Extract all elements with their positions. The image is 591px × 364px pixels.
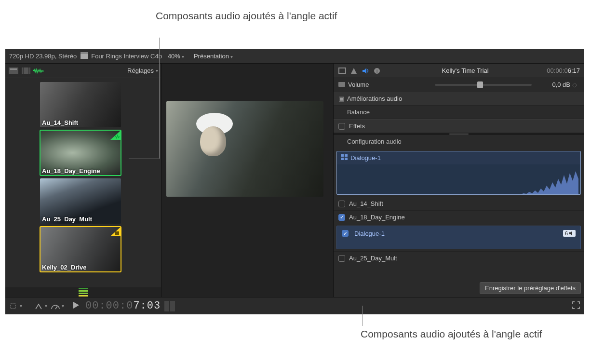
angle-item[interactable]: Au_14_Shift: [40, 82, 121, 127]
viewer-frame: [166, 101, 323, 197]
angle-list: Au_14_Shift Au_18_Day_Engine Au_25_Day_M…: [5, 78, 161, 287]
angle-browser: Réglages▾ Au_14_Shift Au_18_Day_Engine A…: [5, 64, 161, 297]
svg-rect-18: [345, 154, 348, 157]
config-waveform: [337, 164, 580, 194]
svg-rect-6: [28, 67, 29, 74]
svg-marker-13: [363, 68, 366, 74]
angle-item-active-audio[interactable]: Au_18_Day_Engine: [40, 130, 121, 175]
svg-marker-22: [569, 231, 572, 236]
callout-top: Composants audio ajoutés à l'angle actif: [156, 9, 337, 22]
svg-marker-12: [351, 68, 357, 74]
timecode-display[interactable]: 00:00:07:03: [85, 300, 161, 312]
svg-rect-3: [10, 68, 17, 70]
svg-marker-1: [81, 52, 88, 54]
multicam-icon: [341, 154, 348, 162]
video-angle-icon[interactable]: [8, 67, 19, 75]
viewer[interactable]: [161, 64, 333, 297]
angle-label: Kelly_02_Drive: [40, 263, 121, 272]
svg-rect-16: [338, 82, 345, 87]
playhead-marker-icon: [164, 301, 169, 311]
callout-line-top-h: [129, 159, 159, 159]
svg-rect-11: [339, 68, 345, 73]
component-checkbox[interactable]: ✓: [338, 214, 345, 221]
component-checkbox[interactable]: [338, 255, 345, 262]
audio-inspector: i Kelly's Time Trial 00:00:06:17 Volume …: [333, 64, 584, 297]
crop-tool-icon[interactable]: ▾: [9, 300, 23, 312]
svg-rect-0: [81, 54, 88, 59]
video-badge-icon: [110, 227, 121, 236]
dialogue-label: Dialogue-1: [354, 230, 385, 237]
format-spec: 720p HD 23.98p, Stéréo: [9, 53, 77, 60]
angle-label: Au_18_Day_Engine: [40, 166, 121, 175]
balance-row[interactable]: Balance: [334, 106, 584, 119]
svg-rect-23: [11, 304, 15, 309]
svg-text:i: i: [376, 68, 377, 74]
volume-row: Volume 0,0 dB ◇: [334, 78, 584, 92]
callout-bottom: Composants audio ajoutés à l'angle actif: [361, 327, 542, 340]
svg-rect-20: [345, 158, 348, 160]
channel-badge: 6: [563, 230, 576, 237]
app-window: 720p HD 23.98p, Stéréo Four Rings Interv…: [5, 49, 584, 314]
volume-slider-thumb[interactable]: [477, 81, 483, 88]
svg-rect-9: [115, 231, 119, 235]
save-effects-preset-button[interactable]: Enregistrer le préréglage d'effets: [480, 282, 581, 294]
svg-marker-7: [110, 130, 121, 140]
effects-section[interactable]: Effets: [334, 119, 584, 133]
filmstrip-icon[interactable]: [21, 67, 31, 75]
angle-settings-dropdown[interactable]: Réglages▾: [127, 67, 158, 74]
config-audio-label: Configuration audio: [334, 135, 584, 148]
svg-line-24: [55, 306, 57, 309]
component-row[interactable]: ✓ Au_18_Day_Engine: [334, 210, 584, 224]
viewer-zoom-dropdown[interactable]: 40%▾: [168, 53, 184, 60]
audio-inspector-tab-icon[interactable]: [361, 67, 370, 75]
volume-value: 0,0 dB: [537, 81, 570, 88]
presentation-dropdown[interactable]: Présentation▾: [194, 53, 233, 60]
angle-label: Au_25_Day_Mult: [40, 215, 121, 224]
component-label: Au_18_Day_Engine: [349, 214, 405, 221]
dialogue-checkbox[interactable]: ✓: [342, 230, 349, 237]
component-checkbox[interactable]: [338, 201, 345, 207]
video-inspector-tab-icon[interactable]: [337, 67, 347, 75]
waveform-icon[interactable]: [33, 67, 44, 75]
angle-item-active-video[interactable]: Kelly_02_Drive: [40, 227, 121, 272]
component-row[interactable]: Au_25_Day_Mult: [334, 251, 584, 265]
transport-bar: ▾ ▾ ▾ 00:00:07:03: [5, 297, 584, 314]
keyframe-icon[interactable]: ◇: [570, 81, 579, 88]
volume-label: Volume: [348, 81, 430, 88]
inspector-footer: Enregistrer le préréglage d'effets: [334, 279, 584, 297]
component-label: Au_14_Shift: [349, 200, 383, 207]
clapperboard-icon: [81, 52, 88, 60]
info-inspector-tab-icon[interactable]: i: [372, 67, 382, 75]
volume-section-icon: [338, 81, 345, 88]
retime-tool-icon[interactable]: ▾: [34, 300, 48, 312]
audio-badge-icon: [110, 130, 121, 140]
speed-tool-icon[interactable]: ▾: [51, 300, 64, 312]
svg-rect-19: [341, 158, 344, 160]
angle-label: Au_14_Shift: [40, 118, 121, 127]
viewer-topbar: 720p HD 23.98p, Stéréo Four Rings Interv…: [5, 49, 584, 64]
component-row[interactable]: Au_14_Shift: [334, 197, 584, 210]
callout-line-top-v: [159, 38, 160, 159]
effects-checkbox[interactable]: [338, 123, 345, 130]
angle-item[interactable]: Au_25_Day_Mult: [40, 178, 121, 224]
inspector-header: i Kelly's Time Trial 00:00:06:17: [334, 64, 584, 78]
clip-title: Four Rings Interview C4b: [91, 53, 162, 60]
inspector-clip-title: Kelly's Time Trial: [384, 67, 547, 74]
component-label: Au_25_Day_Mult: [349, 255, 397, 262]
svg-rect-17: [341, 154, 344, 157]
play-button[interactable]: [71, 302, 81, 310]
config-dialogue-label: Dialogue-1: [350, 154, 381, 162]
inspector-timecode: 00:00:06:17: [547, 67, 580, 74]
svg-rect-5: [23, 67, 24, 74]
fullscreen-icon[interactable]: [572, 301, 580, 310]
audio-config-box[interactable]: Dialogue-1: [336, 151, 581, 195]
dialogue-component-row[interactable]: ✓ Dialogue-1 6: [336, 226, 581, 249]
svg-marker-25: [73, 302, 79, 309]
callout-line-bottom-v: [363, 306, 363, 326]
angle-matrix-indicator[interactable]: [5, 287, 161, 297]
enhancements-section[interactable]: ▣ Améliorations audio: [334, 92, 584, 106]
color-inspector-tab-icon[interactable]: [349, 67, 359, 75]
folder-icon: ▣: [338, 95, 344, 102]
svg-marker-21: [521, 171, 578, 194]
volume-slider[interactable]: [435, 84, 532, 86]
